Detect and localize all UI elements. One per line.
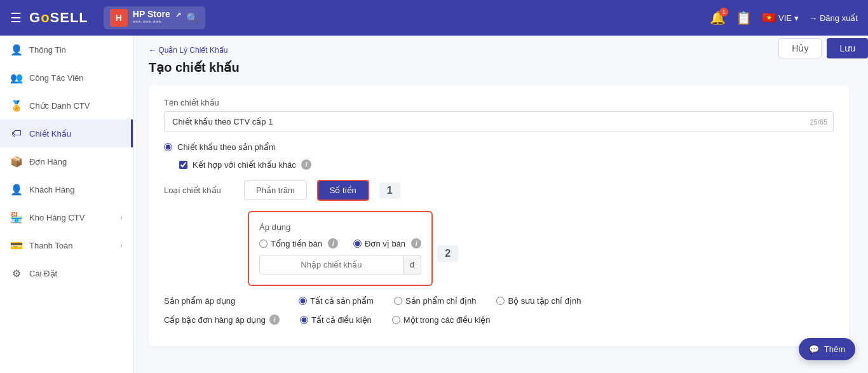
notification-button[interactable]: 🔔 1: [710, 10, 726, 25]
sidebar-item-thanh-toan[interactable]: 💳 Thanh Toán ›: [0, 231, 133, 259]
sidebar-label-khach-hang: Khách Hàng: [29, 185, 123, 194]
apply-row: Áp dụng Tổng tiền bán i: [164, 211, 834, 296]
logo: GoSELL: [29, 10, 88, 26]
apply-unit-info-icon[interactable]: i: [411, 238, 421, 248]
form-section: Tên chiết khấu 25/65 Chiết khấu theo sản…: [149, 85, 849, 346]
discount-by-product-radio[interactable]: [164, 143, 172, 151]
all-products-label[interactable]: Tất cả sản phẩm: [299, 296, 374, 306]
sidebar-label-thanh-toan: Thanh Toán: [29, 241, 114, 250]
collection-label[interactable]: Bộ sưu tập chỉ định: [496, 296, 581, 306]
sidebar-item-khach-hang[interactable]: 👤 Khách Hàng: [0, 175, 133, 203]
top-actions: Hủy Lưu: [778, 38, 868, 58]
discount-name-field: Tên chiết khấu 25/65: [164, 98, 834, 132]
sidebar-item-thong-tin[interactable]: 👤 Thông Tin: [0, 36, 133, 64]
product-apply-label: Sản phẩm áp dụng: [164, 296, 278, 306]
save-button[interactable]: Lưu: [827, 38, 868, 58]
chat-icon: 💬: [809, 344, 819, 354]
discount-name-input[interactable]: [164, 111, 834, 132]
main-layout: 👤 Thông Tin 👥 Công Tác Viên 🏅 Chức Danh …: [0, 36, 868, 373]
hamburger-icon[interactable]: ☰: [10, 10, 22, 25]
collection-radio[interactable]: [496, 297, 505, 305]
top-nav: ☰ GoSELL H HP Store ↗ *** *** *** 🔍 🔔 1 …: [0, 0, 868, 36]
sidebar-item-kho-hang-ctv[interactable]: 🏪 Kho Hàng CTV ›: [0, 203, 133, 231]
discount-kind-row: Loại chiết khấu Phần trăm Số tiền 1: [164, 180, 834, 201]
nav-right: 🔔 1 📋 🇻🇳 VIE ▾ → Đăng xuất: [710, 10, 858, 25]
discount-by-product-label[interactable]: Chiết khấu theo sản phẩm: [177, 142, 276, 152]
sidebar: 👤 Thông Tin 👥 Công Tác Viên 🏅 Chức Danh …: [0, 36, 133, 373]
order-level-label: Cấp bậc đơn hàng áp dụng i: [164, 315, 280, 325]
sidebar-icon-cai-dat: ⚙: [10, 267, 23, 280]
sidebar-icon-thong-tin: 👤: [10, 43, 23, 56]
chat-fab[interactable]: 💬 Thêm: [799, 338, 855, 360]
sidebar-item-chuc-danh-ctv[interactable]: 🏅 Chức Danh CTV: [0, 92, 133, 119]
sidebar-icon-chiet-khau: 🏷: [10, 127, 23, 140]
sidebar-item-cai-dat[interactable]: ⚙ Cài Đặt: [0, 259, 133, 287]
apply-box: Áp dụng Tổng tiền bán i: [248, 211, 433, 286]
specific-product-radio[interactable]: [394, 297, 402, 305]
order-level-info-icon[interactable]: i: [269, 315, 280, 325]
clipboard-button[interactable]: 📋: [736, 10, 752, 25]
all-products-radio[interactable]: [299, 297, 307, 305]
apply-total-label[interactable]: Tổng tiền bán i: [259, 238, 338, 248]
language-selector[interactable]: 🇻🇳 VIE ▾: [762, 11, 799, 25]
page-title: Tạo chiết khấu: [149, 60, 849, 75]
logout-label: Đăng xuất: [820, 13, 858, 23]
lang-label: VIE: [778, 13, 792, 23]
sidebar-label-kho-hang-ctv: Kho Hàng CTV: [29, 213, 114, 222]
logout-button[interactable]: → Đăng xuất: [809, 13, 858, 23]
sidebar-item-don-hang[interactable]: 📦 Đơn Hàng: [0, 147, 133, 175]
breadcrumb[interactable]: ← Quản Lý Chiết Khấu: [149, 46, 849, 55]
logo-sell: SELL: [50, 10, 88, 25]
one-condition-radio[interactable]: [392, 316, 400, 324]
notification-badge: 1: [719, 8, 728, 17]
apply-radios: Tổng tiền bán i Đơn vị bán i: [259, 238, 421, 248]
order-level-options: Tất cả điều kiện Một trong các điều kiện: [300, 315, 491, 325]
store-search-icon[interactable]: 🔍: [186, 12, 199, 24]
combine-checkbox-group: Kết hợp với chiết khấu khác i: [179, 159, 834, 170]
apply-total-radio[interactable]: [259, 240, 268, 248]
apply-box-wrapper: Áp dụng Tổng tiền bán i: [248, 211, 433, 296]
flag-icon: 🇻🇳: [762, 11, 776, 25]
sidebar-icon-thanh-toan: 💳: [10, 239, 23, 252]
sidebar-label-cai-dat: Cài Đặt: [29, 269, 123, 278]
discount-name-wrapper: 25/65: [164, 111, 834, 132]
badge-1: 1: [379, 182, 400, 199]
all-conditions-radio[interactable]: [300, 316, 308, 324]
one-condition-label[interactable]: Một trong các điều kiện: [392, 315, 491, 325]
combine-label[interactable]: Kết hợp với chiết khấu khác: [193, 160, 296, 170]
sidebar-icon-khach-hang: 👤: [10, 183, 23, 196]
all-conditions-label[interactable]: Tất cả điều kiện: [300, 315, 372, 325]
store-info: HP Store ↗ *** *** ***: [133, 9, 181, 27]
content-inner: ← Quản Lý Chiết Khấu Tạo chiết khấu Hủy …: [133, 36, 864, 364]
chat-label: Thêm: [824, 344, 845, 354]
sidebar-item-chiet-khau[interactable]: 🏷 Chiết Khấu: [0, 119, 133, 147]
product-apply-options: Tất cả sản phẩm Sản phẩm chỉ định Bộ sưu…: [299, 296, 581, 306]
discount-input-row: đ: [259, 255, 421, 275]
apply-unit-label[interactable]: Đơn vị bán i: [353, 238, 421, 248]
combine-checkbox[interactable]: [179, 161, 187, 169]
specific-product-label[interactable]: Sản phẩm chỉ định: [394, 296, 476, 306]
amount-button[interactable]: Số tiền: [317, 180, 369, 201]
product-apply-row: Sản phẩm áp dụng Tất cả sản phẩm Sản phẩ…: [164, 296, 834, 306]
store-selector[interactable]: H HP Store ↗ *** *** *** 🔍: [104, 6, 205, 29]
sidebar-label-thong-tin: Thông Tin: [29, 45, 123, 55]
sidebar-label-don-hang: Đơn Hàng: [29, 157, 123, 166]
sidebar-item-cong-tac-vien[interactable]: 👥 Công Tác Viên: [0, 64, 133, 92]
cancel-button[interactable]: Hủy: [778, 38, 822, 58]
product-apply-section: Sản phẩm áp dụng Tất cả sản phẩm Sản phẩ…: [164, 296, 834, 306]
apply-unit-radio[interactable]: [353, 240, 362, 248]
discount-name-counter: 25/65: [810, 118, 827, 126]
discount-name-label: Tên chiết khấu: [164, 98, 834, 107]
discount-amount-input[interactable]: [259, 255, 403, 275]
sidebar-icon-cong-tac-vien: 👥: [10, 71, 23, 84]
percent-button[interactable]: Phần trăm: [244, 180, 307, 200]
logout-icon: →: [809, 13, 817, 23]
store-stars: *** *** ***: [133, 19, 181, 27]
combine-info-icon[interactable]: i: [301, 159, 311, 170]
discount-type-radio-group: Chiết khấu theo sản phẩm: [164, 142, 834, 152]
sidebar-chevron-kho-hang-ctv: ›: [120, 214, 123, 221]
apply-total-info-icon[interactable]: i: [328, 238, 338, 248]
sidebar-icon-chuc-danh-ctv: 🏅: [10, 99, 23, 112]
discount-kind-label: Loại chiết khấu: [164, 186, 234, 195]
order-level-row: Cấp bậc đơn hàng áp dụng i Tất cả điều k…: [164, 315, 834, 325]
